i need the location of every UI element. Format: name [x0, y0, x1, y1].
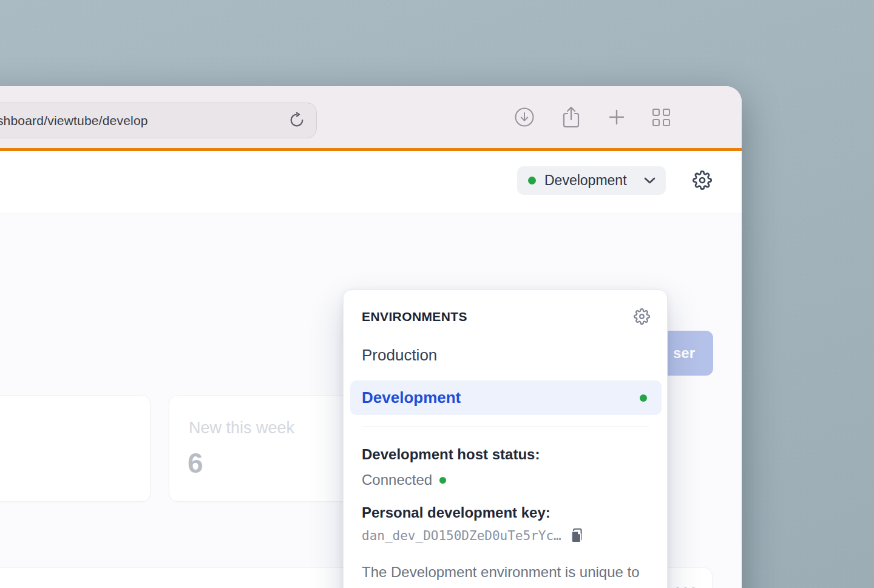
popup-note: The Development environment is unique to… [362, 561, 647, 588]
host-status-label: Development host status: [362, 446, 540, 463]
share-icon[interactable] [561, 105, 581, 129]
new-tab-icon[interactable] [608, 108, 626, 126]
tab-overview-icon[interactable] [652, 109, 670, 126]
download-icon[interactable] [514, 107, 535, 127]
browser-toolbar: ashboard/viewtube/develop [0, 86, 742, 148]
environment-selector-label: Development [544, 172, 627, 189]
settings-gear-icon[interactable] [693, 171, 712, 190]
environment-option-development[interactable]: Development [350, 380, 662, 415]
popup-title: ENVIRONMENTS [362, 309, 467, 324]
page-content: Development New this week 6 [0, 151, 742, 588]
status-dot [640, 394, 647, 402]
toolbar-buttons [514, 86, 670, 148]
reload-icon[interactable] [288, 112, 305, 129]
chevron-down-icon [643, 177, 656, 184]
environment-selector-button[interactable]: Development [517, 166, 666, 195]
learn-more-link[interactable]: Learn more › [486, 586, 574, 588]
address-bar[interactable]: ashboard/viewtube/develop [0, 103, 317, 138]
browser-window: ashboard/viewtube/develop [0, 86, 742, 588]
status-dot [528, 177, 536, 184]
url-text: ashboard/viewtube/develop [0, 113, 148, 128]
environments-popup: ENVIRONMENTS Production Development Deve… [343, 289, 668, 588]
environment-option-production[interactable]: Production [362, 346, 437, 365]
popup-divider [362, 427, 649, 427]
stat-card [0, 395, 151, 502]
add-user-button-label: ser [673, 345, 695, 362]
personal-key-value: dan_dev_DO150DZeD0uTe5rYc… [362, 529, 561, 543]
copy-icon[interactable] [569, 527, 585, 544]
stat-card-label: New this week [189, 419, 294, 438]
environment-option-label: Development [362, 388, 461, 407]
screen: ashboard/viewtube/develop [0, 0, 874, 588]
popup-settings-gear-icon[interactable] [634, 308, 650, 325]
status-dot [439, 477, 446, 484]
personal-key-label: Personal development key: [362, 504, 550, 521]
stat-card-value: 6 [188, 447, 203, 479]
page-header: Development [0, 151, 742, 214]
host-status-value: Connected [362, 471, 446, 488]
